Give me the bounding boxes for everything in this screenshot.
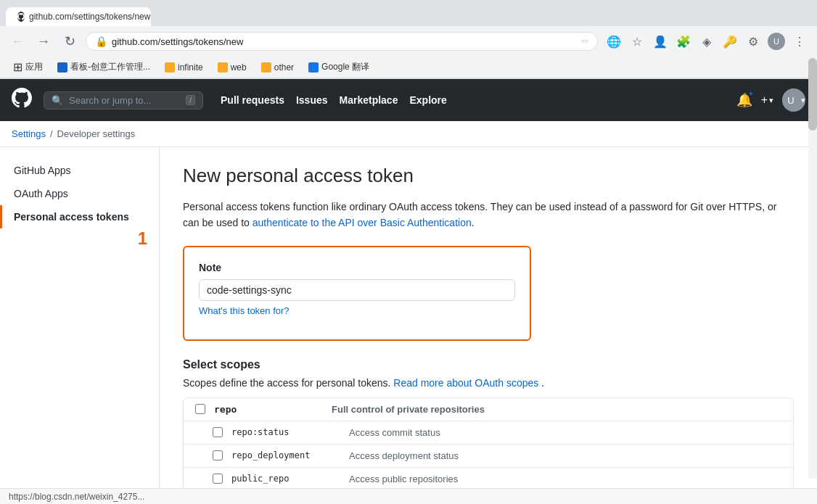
page-content: Settings / Developer settings GitHub App… [0, 121, 817, 504]
intro-link-basic-auth[interactable]: authenticate to the API over Basic Authe… [253, 217, 472, 228]
scope-checkbox-repo[interactable] [195, 404, 205, 414]
bookmark-infinite[interactable]: infinite [159, 61, 209, 74]
note-label: Note [199, 262, 515, 273]
github-header: 🔍 / Pull requests Issues Marketplace Exp… [0, 79, 817, 121]
profile-icon[interactable]: 👤 [650, 31, 670, 51]
browser-tab-active[interactable]: github.com/settings/tokens/new [6, 7, 151, 26]
puzzle-icon[interactable]: ⚙ [743, 31, 763, 51]
avatar-chevron-icon: ▾ [801, 96, 805, 105]
menu-icon[interactable]: ⋮ [789, 31, 810, 51]
infinite-favicon [165, 62, 175, 73]
scope-desc-repo: Full control of private repositories [332, 404, 781, 415]
user-avatar[interactable]: U ▾ [782, 88, 805, 112]
bookmark-icon[interactable]: ☆ [627, 31, 647, 51]
page-title: New personal access token [183, 165, 794, 187]
extensions-icon[interactable]: 🧩 [673, 31, 694, 51]
sidebar-item-github-apps[interactable]: GitHub Apps [0, 159, 159, 182]
translate-icon[interactable]: 🌐 [604, 31, 624, 51]
new-item-button[interactable]: + ▾ [758, 91, 776, 110]
github-nav: Pull requests Issues Marketplace Explore [221, 94, 447, 106]
sidebar-item-oauth-apps[interactable]: OAuth Apps [0, 182, 159, 205]
breadcrumb-separator: / [50, 128, 53, 139]
main-layout: GitHub Apps OAuth Apps Personal access t… [0, 147, 817, 504]
search-icon: 🔍 [52, 95, 63, 106]
forward-button[interactable]: → [33, 31, 54, 51]
address-url: github.com/settings/tokens/new [112, 36, 577, 47]
bookmark-kanban[interactable]: 看板-创意工作管理... [52, 59, 156, 75]
notifications-bell[interactable]: 🔔 [736, 92, 752, 108]
sidebar: GitHub Apps OAuth Apps Personal access t… [0, 147, 160, 504]
sidebar-item-personal-access-tokens-label: Personal access tokens [14, 211, 129, 223]
status-bar: https://blog.csdn.net/weixin_4275... [0, 488, 817, 504]
avatar-icon[interactable]: U [766, 31, 787, 51]
scope-name-repo-deployment: repo_deployment [231, 450, 340, 460]
other-favicon [261, 62, 271, 73]
scope-checkbox-repo-deployment[interactable] [213, 450, 223, 460]
scope-name-public-repo: public_repo [231, 474, 340, 484]
scope-name-repo: repo [214, 404, 323, 415]
status-bar-hint: https://blog.csdn.net/weixin_4275... [9, 492, 144, 502]
scrollbar-track[interactable] [808, 58, 817, 479]
search-shortcut-badge: / [186, 95, 195, 105]
scope-desc-repo-status: Access commit status [349, 427, 781, 438]
browser-chrome: github.com/settings/tokens/new ← → ↻ 🔒 g… [0, 0, 817, 79]
note-form-group: Note What's this token for? [199, 262, 515, 316]
lock-icon: 🔒 [95, 36, 107, 47]
bookmark-google-translate-label: Google 翻译 [321, 61, 369, 73]
search-input[interactable] [69, 95, 180, 106]
nav-pull-requests[interactable]: Pull requests [221, 94, 284, 106]
back-button[interactable]: ← [7, 31, 28, 51]
sidebar-item-oauth-apps-label: OAuth Apps [14, 188, 68, 199]
wifi-icon[interactable]: ◈ [697, 31, 717, 51]
note-input[interactable] [199, 279, 515, 301]
scope-checkbox-public-repo[interactable] [213, 474, 223, 484]
github-logo[interactable] [12, 88, 32, 112]
scrollbar-thumb[interactable] [808, 58, 817, 131]
intro-text-part2: . [472, 217, 475, 228]
bookmark-apps[interactable]: ⊞ 应用 [7, 59, 49, 75]
sidebar-item-github-apps-label: GitHub Apps [14, 165, 71, 176]
notification-badge-dot [748, 91, 754, 96]
chevron-down-icon: ▾ [769, 96, 773, 105]
bookmark-apps-label: 应用 [25, 61, 43, 73]
bookmark-web-label: web [231, 62, 247, 73]
nav-issues[interactable]: Issues [296, 94, 328, 106]
bookmark-kanban-label: 看板-创意工作管理... [70, 61, 150, 73]
refresh-button[interactable]: ↻ [59, 31, 80, 51]
breadcrumb-settings-link[interactable]: Settings [12, 128, 46, 139]
scope-row-repo-deployment: repo_deployment Access deployment status [184, 445, 793, 468]
breadcrumb-developer-settings: Developer settings [57, 128, 136, 139]
scope-row-public-repo: public_repo Access public repositories [184, 468, 793, 491]
tab-favicon-github [17, 12, 25, 22]
tab-title: github.com/settings/tokens/new [29, 12, 150, 22]
scope-row-repo: repo Full control of private repositorie… [184, 398, 793, 421]
password-icon[interactable]: 🔑 [720, 31, 740, 51]
bookmarks-bar: ⊞ 应用 看板-创意工作管理... infinite web other Goo… [0, 57, 817, 78]
scopes-desc-text: Scopes define the access for personal to… [183, 377, 393, 389]
bookmark-web[interactable]: web [212, 61, 253, 74]
bookmark-other[interactable]: other [255, 61, 300, 74]
nav-explore[interactable]: Explore [409, 94, 446, 106]
main-content: New personal access token Personal acces… [160, 147, 817, 504]
token-form-box: Note What's this token for? [183, 246, 531, 341]
intro-text: Personal access tokens function like ord… [183, 199, 794, 231]
scopes-desc: Scopes define the access for personal to… [183, 377, 794, 389]
scope-desc-repo-deployment: Access deployment status [349, 450, 781, 461]
scopes-desc-link[interactable]: Read more about OAuth scopes [393, 377, 538, 389]
bookmark-other-label: other [274, 62, 294, 73]
note-hint[interactable]: What's this token for? [199, 305, 515, 316]
apps-grid-icon: ⊞ [13, 60, 22, 74]
scopes-desc-period: . [541, 377, 544, 389]
scope-checkbox-repo-status[interactable] [213, 427, 223, 437]
web-favicon [218, 62, 228, 73]
bookmark-google-translate[interactable]: Google 翻译 [303, 59, 375, 75]
scope-desc-public-repo: Access public repositories [349, 474, 781, 484]
scopes-section: Select scopes Scopes define the access f… [183, 358, 794, 504]
bookmark-infinite-label: infinite [178, 62, 203, 73]
scopes-title: Select scopes [183, 358, 794, 371]
nav-marketplace[interactable]: Marketplace [340, 94, 398, 106]
address-bar[interactable]: 🔒 github.com/settings/tokens/new [86, 32, 598, 51]
github-search[interactable]: 🔍 / [44, 91, 203, 110]
browser-tabs: github.com/settings/tokens/new [0, 0, 817, 26]
sidebar-item-personal-access-tokens[interactable]: Personal access tokens [0, 205, 159, 228]
